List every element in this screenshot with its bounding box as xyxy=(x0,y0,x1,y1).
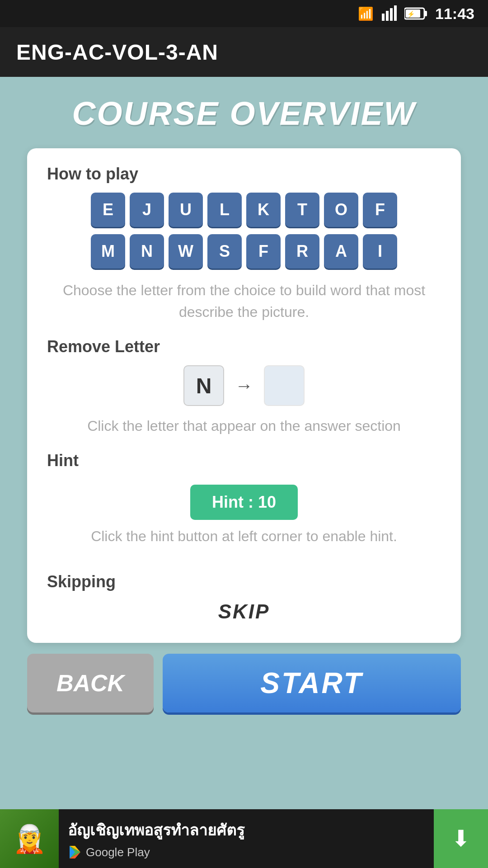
remove-letter-label: Remove Letter xyxy=(47,337,441,356)
ad-text-section: อัญเชิญเทพอสูรทำลายศัตรู Google Play xyxy=(59,811,434,866)
letter-tile[interactable]: E xyxy=(91,193,125,227)
svg-rect-0 xyxy=(382,14,385,21)
svg-rect-2 xyxy=(390,8,393,21)
battery-icon: ⚡ xyxy=(404,6,428,21)
skip-text: SKIP xyxy=(218,600,270,623)
letter-tile[interactable]: K xyxy=(246,193,281,227)
demo-empty-tile xyxy=(264,365,305,406)
ad-icon: 🧝 xyxy=(0,809,59,868)
main-content: COURSE OVERVIEW How to play EJULKTOF MNW… xyxy=(0,77,488,809)
svg-rect-1 xyxy=(386,11,389,21)
ad-subtitle: Google Play xyxy=(68,845,425,859)
signal-icon xyxy=(381,5,397,22)
svg-rect-5 xyxy=(424,11,427,16)
letter-tile[interactable]: F xyxy=(246,234,281,269)
tiles-row-2: MNWSFRAI xyxy=(91,234,397,269)
svg-text:⚡: ⚡ xyxy=(407,10,415,18)
course-title: COURSE OVERVIEW xyxy=(72,95,416,132)
letter-tile[interactable]: O xyxy=(324,193,358,227)
how-to-play-desc: Choose the letter from the choice to bui… xyxy=(47,279,441,323)
letter-tile[interactable]: T xyxy=(285,193,319,227)
app-title: ENG-AC-VOL-3-AN xyxy=(16,40,218,65)
overview-card: How to play EJULKTOF MNWSFRAI Choose the… xyxy=(27,148,461,643)
ad-banner[interactable]: 🧝 อัญเชิญเทพอสูรทำลายศัตรู Google Play ⬇ xyxy=(0,809,488,868)
letter-tile[interactable]: R xyxy=(285,234,319,269)
ad-game-emoji: 🧝 xyxy=(13,823,47,855)
demo-letter-tile: N xyxy=(183,365,224,406)
hint-section: Hint Hint : 10 Click the hint button at … xyxy=(47,451,441,561)
status-bar: 📶 ⚡ 11:43 xyxy=(0,0,488,27)
remove-letter-section: Remove Letter N → Click the letter that … xyxy=(47,337,441,437)
remove-letter-desc: Click the letter that appear on the answ… xyxy=(47,415,441,437)
letter-tile[interactable]: M xyxy=(91,234,125,269)
status-time: 11:43 xyxy=(435,5,474,23)
letter-tile[interactable]: S xyxy=(207,234,242,269)
hint-desc: Click the hint button at left corner to … xyxy=(91,525,397,547)
back-button[interactable]: BACK xyxy=(27,654,154,712)
play-store-icon xyxy=(68,845,82,859)
letter-tile[interactable]: W xyxy=(169,234,203,269)
letter-tile[interactable]: F xyxy=(363,193,397,227)
skipping-label: Skipping xyxy=(47,572,116,591)
letter-tile[interactable]: J xyxy=(130,193,164,227)
bottom-buttons: BACK START xyxy=(27,654,461,712)
letter-tile[interactable]: I xyxy=(363,234,397,269)
letter-tile[interactable]: N xyxy=(130,234,164,269)
remove-letter-demo: N → xyxy=(47,365,441,406)
tiles-container: EJULKTOF MNWSFRAI xyxy=(47,193,441,269)
svg-rect-3 xyxy=(394,5,397,21)
google-play-text: Google Play xyxy=(86,845,150,859)
hint-button[interactable]: Hint : 10 xyxy=(190,485,298,520)
ad-download-button[interactable]: ⬇ xyxy=(434,809,488,868)
start-button[interactable]: START xyxy=(163,654,461,712)
letter-tile[interactable]: L xyxy=(207,193,242,227)
wifi-icon: 📶 xyxy=(358,6,374,21)
how-to-play-label: How to play xyxy=(47,165,441,184)
ad-title: อัญเชิญเทพอสูรทำลายศัตรู xyxy=(68,818,425,842)
letter-tile[interactable]: U xyxy=(169,193,203,227)
letter-tile[interactable]: A xyxy=(324,234,358,269)
google-play-logo: Google Play xyxy=(68,845,150,859)
hint-label: Hint xyxy=(47,451,79,470)
arrow-right-icon: → xyxy=(235,376,253,396)
tiles-row-1: EJULKTOF xyxy=(91,193,397,227)
skip-section: Skipping SKIP xyxy=(47,572,441,623)
download-icon: ⬇ xyxy=(451,826,470,852)
app-bar: ENG-AC-VOL-3-AN xyxy=(0,27,488,77)
